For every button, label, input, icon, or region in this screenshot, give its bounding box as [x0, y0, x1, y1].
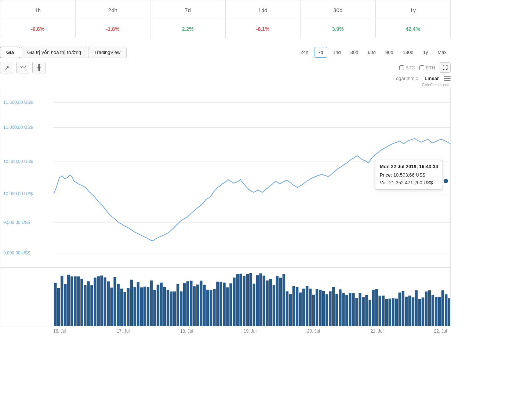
- svg-rect-14: [100, 275, 103, 326]
- btc-checkbox-label[interactable]: BTC: [399, 65, 415, 70]
- trending-up-icon: ↗: [4, 64, 9, 71]
- svg-rect-11: [90, 285, 93, 326]
- y-label-9500: 9.500,00 US$: [3, 220, 30, 225]
- chart-candle-btn[interactable]: ╫: [32, 62, 46, 73]
- svg-rect-115: [435, 297, 438, 326]
- tooltip-vol-label: Vol: [380, 180, 386, 185]
- svg-rect-100: [385, 299, 388, 326]
- svg-rect-33: [163, 287, 166, 326]
- svg-rect-42: [193, 286, 196, 326]
- time-180d[interactable]: 180d: [399, 47, 418, 58]
- expand-button[interactable]: ⛶: [440, 62, 451, 73]
- chart-smooth-btn[interactable]: 〰: [16, 62, 29, 73]
- svg-rect-21: [124, 292, 127, 326]
- period-7d[interactable]: 7d: [150, 0, 226, 20]
- time-90d[interactable]: 90d: [381, 47, 397, 58]
- x-labels-row: 16. Jul 17. Jul 18. Jul 19. Jul 20. Jul …: [0, 326, 451, 334]
- x-label-21jul: 21. Jul: [371, 329, 383, 334]
- x-label-17jul: 17. Jul: [117, 329, 130, 334]
- tab-gia[interactable]: Giá: [0, 47, 20, 58]
- x-label-22jul: 22. Jul: [434, 329, 447, 334]
- linear-btn[interactable]: Linear: [423, 75, 440, 82]
- svg-rect-89: [349, 293, 352, 326]
- svg-rect-119: [448, 298, 450, 326]
- eth-label: ETH: [426, 65, 435, 70]
- svg-rect-32: [160, 283, 163, 326]
- svg-rect-37: [177, 284, 179, 326]
- svg-rect-57: [243, 276, 245, 326]
- btc-checkbox[interactable]: [399, 65, 404, 70]
- time-24h[interactable]: 24h: [296, 47, 313, 58]
- eth-checkbox[interactable]: [419, 65, 424, 70]
- x-label-16jul: 16. Jul: [53, 329, 66, 334]
- time-7d[interactable]: 7d: [314, 47, 327, 58]
- svg-rect-114: [432, 295, 434, 326]
- change-1h: -0.6%: [0, 20, 76, 38]
- svg-rect-48: [213, 289, 216, 326]
- menu-icon[interactable]: [444, 76, 451, 81]
- svg-rect-69: [283, 274, 285, 326]
- period-1y[interactable]: 1y: [376, 0, 451, 20]
- y-label-10500: 10.500,00 US$: [3, 159, 33, 164]
- tooltip-price-value: 10.503,66 US$: [393, 172, 425, 178]
- svg-rect-76: [306, 286, 309, 326]
- time-max[interactable]: Max: [433, 47, 451, 58]
- svg-rect-97: [375, 289, 378, 326]
- svg-rect-108: [412, 297, 415, 326]
- svg-rect-39: [183, 283, 186, 326]
- svg-rect-9: [84, 285, 87, 326]
- period-1h[interactable]: 1h: [0, 0, 76, 20]
- tab-tradingview[interactable]: TradingView: [88, 47, 127, 58]
- svg-rect-36: [173, 292, 176, 326]
- svg-rect-41: [190, 281, 193, 326]
- period-30d[interactable]: 30d: [301, 0, 376, 20]
- x-label-20jul: 20. Jul: [307, 329, 320, 334]
- eth-checkbox-label[interactable]: ETH: [419, 65, 435, 70]
- chart-line-btn[interactable]: ↗: [0, 62, 13, 73]
- svg-rect-35: [170, 292, 173, 326]
- svg-rect-109: [415, 290, 418, 326]
- tooltip-vol-value: 21.352.471.200 US$: [389, 180, 433, 185]
- tooltip-price: Price: 10.503,66 US$: [380, 171, 438, 179]
- coingecko-label: CoinGecko.com: [0, 83, 451, 87]
- svg-rect-3: [64, 284, 67, 326]
- svg-rect-50: [219, 282, 222, 326]
- svg-rect-49: [216, 282, 219, 326]
- tab-market-cap[interactable]: Giá trị vốn hóa thị trường: [21, 47, 87, 58]
- svg-rect-38: [180, 292, 183, 326]
- period-header: 1h 24h 7d 14d 30d 1y: [0, 0, 451, 20]
- svg-rect-90: [352, 293, 355, 326]
- svg-rect-28: [147, 287, 150, 326]
- time-14d[interactable]: 14d: [329, 47, 345, 58]
- svg-rect-73: [296, 287, 299, 326]
- period-14d[interactable]: 14d: [226, 0, 301, 20]
- svg-rect-18: [113, 277, 116, 326]
- chart-right-controls: BTC ETH ⛶: [399, 62, 451, 73]
- svg-rect-71: [289, 294, 292, 326]
- svg-rect-60: [253, 284, 256, 326]
- svg-rect-13: [97, 276, 100, 326]
- chart-type-group: ↗ 〰 ╫: [0, 62, 46, 73]
- svg-rect-47: [210, 290, 212, 326]
- svg-rect-56: [239, 274, 242, 326]
- logarithmic-btn[interactable]: Logarithmic: [392, 75, 419, 82]
- time-30d[interactable]: 30d: [346, 47, 363, 58]
- time-1y[interactable]: 1y: [419, 47, 432, 58]
- svg-rect-93: [362, 297, 365, 326]
- change-14d: -8.1%: [226, 20, 301, 38]
- svg-rect-92: [359, 293, 361, 326]
- svg-rect-67: [276, 276, 279, 326]
- tooltip-dot: [444, 179, 448, 183]
- time-60d[interactable]: 60d: [364, 47, 380, 58]
- svg-rect-87: [342, 293, 345, 326]
- y-label-9000: 9.000,00 US$: [3, 250, 30, 256]
- period-24h[interactable]: 24h: [76, 0, 151, 20]
- svg-rect-104: [399, 293, 401, 326]
- svg-rect-2: [61, 276, 63, 326]
- svg-rect-70: [286, 292, 289, 326]
- expand-icon: ⛶: [443, 65, 448, 70]
- y-label-11500: 11.500,00 US$: [3, 100, 33, 105]
- svg-rect-83: [329, 292, 332, 326]
- candlestick-icon: ╫: [37, 64, 41, 71]
- svg-rect-77: [309, 289, 312, 326]
